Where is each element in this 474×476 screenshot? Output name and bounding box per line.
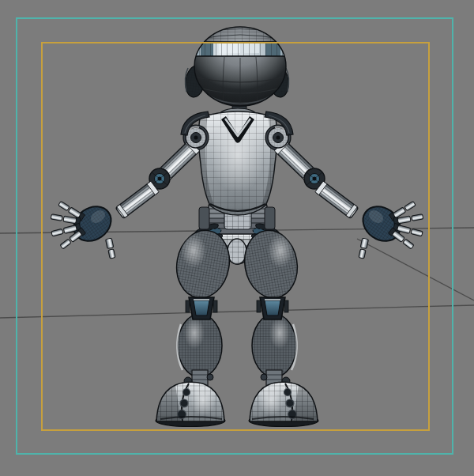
waist-side-connector: [199, 207, 209, 229]
calf: [177, 314, 222, 377]
viewport-canvas[interactable]: [0, 0, 474, 476]
visor: [194, 42, 286, 56]
chest-armor: [199, 111, 277, 215]
